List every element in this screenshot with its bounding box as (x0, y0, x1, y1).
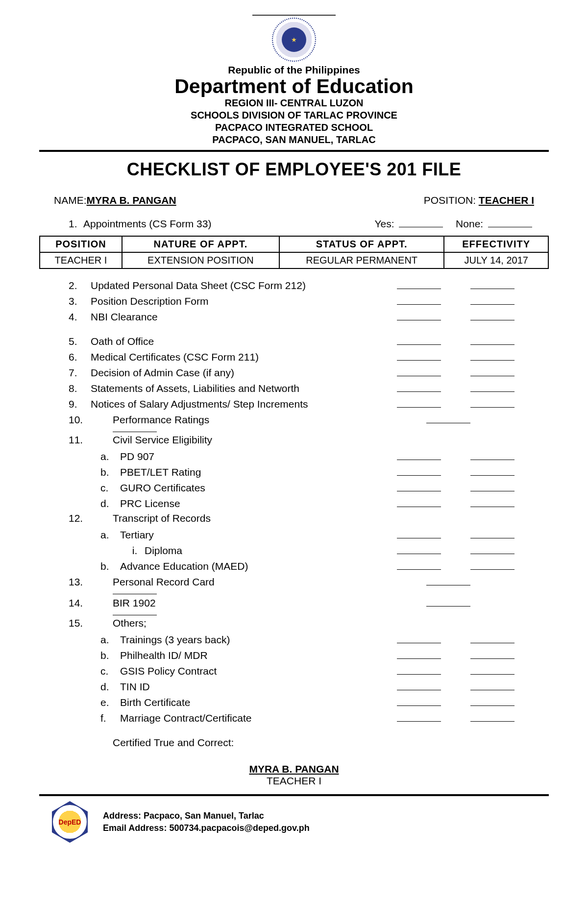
blank-field[interactable] (397, 528, 441, 538)
blank-field[interactable] (397, 397, 441, 408)
blank-field[interactable] (470, 294, 514, 305)
blank-field[interactable] (470, 664, 514, 675)
table-row: TEACHER I EXTENSION POSITION REGULAR PER… (40, 252, 548, 268)
blank-field[interactable] (397, 335, 441, 345)
letterhead: ★ Republic of the Philippines Department… (39, 15, 549, 146)
item-12b-row: b. Advance Education (MAED) (69, 559, 519, 573)
blank-field[interactable] (470, 559, 514, 570)
blank-field[interactable] (397, 382, 441, 392)
th-nature: NATURE OF APPT. (122, 236, 279, 252)
blank-field[interactable] (397, 465, 441, 476)
td-effectivity: JULY 14, 2017 (444, 252, 548, 268)
blank-field[interactable] (397, 350, 441, 361)
footer-email-value: 500734.pacpacois@deped.gov.ph (169, 823, 309, 833)
checklist-body: 2. Updated Personal Data Sheet (CSC Form… (39, 279, 549, 787)
deped-logo-icon: DepED (49, 801, 91, 843)
blank-field[interactable] (470, 465, 514, 476)
item-13-row: 13. Personal Record Card (69, 575, 519, 589)
blank-field[interactable] (426, 575, 470, 585)
blank-field[interactable] (470, 366, 514, 376)
blank-field-above[interactable] (113, 432, 157, 432)
blank-field[interactable] (470, 528, 514, 538)
blank-field[interactable] (397, 310, 441, 320)
header-top-rule (252, 15, 336, 16)
blank-field-above[interactable] (113, 594, 157, 594)
blank-field[interactable] (470, 633, 514, 643)
blank-field-above[interactable] (113, 615, 157, 615)
blank-field[interactable] (470, 649, 514, 659)
yes-blank[interactable] (399, 216, 443, 227)
blank-field[interactable] (397, 366, 441, 376)
republic-line: Republic of the Philippines (39, 64, 549, 76)
blank-field[interactable] (397, 544, 441, 554)
item-10-row: 10. Performance Ratings (69, 413, 519, 427)
item-12-row: 12. Transcript of Records (69, 512, 519, 526)
blank-field[interactable] (470, 696, 514, 706)
item-9-row: 9. Notices of Salary Adjustments/ Step I… (69, 397, 519, 411)
item-4-row: 4. NBI Clearance (69, 310, 519, 324)
item-5-row: 5. Oath of Office (69, 335, 519, 348)
blank-field[interactable] (397, 633, 441, 643)
division-line: SCHOOLS DIVISION OF TARLAC PROVINCE (39, 109, 549, 121)
item-15-row: 15. Others; (69, 617, 519, 631)
footer: DepED Address: Pacpaco, San Manuel, Tarl… (39, 801, 549, 843)
blank-field[interactable] (470, 481, 514, 491)
th-status: STATUS OF APPT. (279, 236, 444, 252)
blank-field[interactable] (470, 350, 514, 361)
blank-field[interactable] (470, 397, 514, 408)
item-15d-row: d. TIN ID (69, 680, 519, 694)
item-8-row: 8. Statements of Assets, Liabilities and… (69, 382, 519, 395)
item-15e-row: e. Birth Certificate (69, 696, 519, 709)
item-1-row: 1. Appointments (CS Form 33) Yes: None: (39, 216, 549, 230)
blank-field[interactable] (397, 294, 441, 305)
td-position: TEACHER I (40, 252, 122, 268)
blank-field[interactable] (397, 711, 441, 722)
blank-field[interactable] (397, 279, 441, 289)
name-position-row: NAME:MYRA B. PANGAN POSITION: TEACHER I (39, 194, 549, 206)
signatory-name: MYRA B. PANGAN (208, 763, 380, 775)
table-header-row: POSITION NATURE OF APPT. STATUS OF APPT.… (40, 236, 548, 252)
blank-field[interactable] (470, 544, 514, 554)
blank-field[interactable] (397, 559, 441, 570)
blank-field[interactable] (470, 450, 514, 460)
blank-field[interactable] (470, 335, 514, 345)
item-15f-row: f. Marriage Contract/Certificate (69, 711, 519, 725)
department-line: Department of Education (39, 76, 549, 97)
blank-field[interactable] (426, 596, 470, 607)
divider-thick (39, 150, 549, 152)
blank-field[interactable] (470, 680, 514, 690)
address-line: PACPACO, SAN MANUEL, TARLAC (39, 134, 549, 146)
page-title: CHECKLIST OF EMPLOYEE'S 201 FILE (39, 159, 549, 180)
blank-field[interactable] (470, 310, 514, 320)
blank-field[interactable] (426, 413, 470, 423)
item-2-row: 2. Updated Personal Data Sheet (CSC Form… (69, 279, 519, 292)
name-value: MYRA B. PANGAN (87, 194, 176, 206)
item-11b-row: b. PBET/LET Rating (69, 465, 519, 479)
item-15b-row: b. Philhealth ID/ MDR (69, 649, 519, 662)
blank-field[interactable] (470, 711, 514, 722)
none-blank[interactable] (488, 216, 532, 227)
blank-field[interactable] (397, 664, 441, 675)
item-12a-row: a. Tertiary (69, 528, 519, 542)
signatory-position: TEACHER I (208, 775, 380, 787)
item-11c-row: c. GURO Certificates (69, 481, 519, 495)
blank-field[interactable] (397, 481, 441, 491)
blank-field[interactable] (397, 649, 441, 659)
blank-field[interactable] (397, 450, 441, 460)
blank-field[interactable] (397, 680, 441, 690)
blank-field[interactable] (397, 696, 441, 706)
footer-text: Address: Pacpaco, San Manuel, Tarlac Ema… (103, 810, 310, 834)
item-1-yes: Yes: (375, 216, 445, 230)
blank-field[interactable] (470, 279, 514, 289)
th-effectivity: EFFECTIVITY (444, 236, 548, 252)
ph-seal-icon: ★ (272, 18, 316, 62)
blank-field[interactable] (470, 497, 514, 507)
blank-field[interactable] (397, 497, 441, 507)
item-1-label: Appointments (CS Form 33) (83, 218, 370, 230)
item-14-row: 14. BIR 1902 (69, 596, 519, 610)
position-label: POSITION: (424, 194, 476, 206)
item-7-row: 7. Decision of Admin Case (if any) (69, 366, 519, 380)
item-11-row: 11. Civil Service Eligibility (69, 434, 519, 448)
blank-field[interactable] (470, 382, 514, 392)
region-line: REGION III- CENTRAL LUZON (39, 97, 549, 109)
